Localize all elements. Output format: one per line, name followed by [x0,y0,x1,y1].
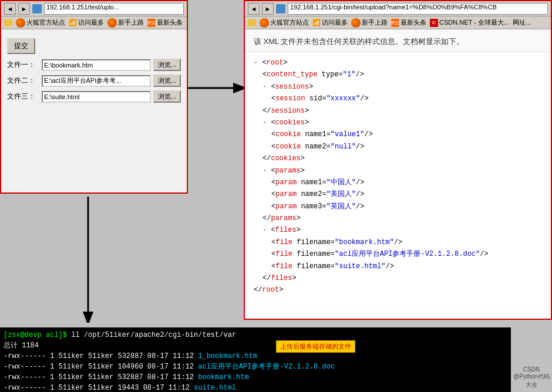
xml-content-area: - <root><content_type type="1"/>- <sessi… [245,52,551,301]
left-browser-panel: ◄ ► 192.168.1.251/test/uplo... 火狐官方站点 📶 … [0,0,188,194]
file2-input[interactable] [42,75,151,87]
file-row-2: 文件二： 浏览... [7,75,181,87]
bookmark-visit[interactable]: 📶 访问最多 [69,18,104,27]
right-visit-icon: 📶 [312,19,321,26]
file1-input[interactable] [42,59,151,71]
file2-label: 文件二： [7,76,39,86]
left-address-bar[interactable]: 192.168.1.251/test/uplo... [44,3,184,15]
csdn-watermark: CSDN @Python代码大全 [511,327,552,392]
visit-icon: 📶 [69,19,77,26]
upload-form: 提交 文件一： 浏览... 文件二： 浏览... 文件三： 浏览... [1,29,187,115]
bookmark-news[interactable]: RSS 最新头条 [147,18,183,27]
right-bookmark-folder-icon [248,19,256,26]
right-firefox-icon [260,18,269,28]
csdn-icon: C [430,19,438,27]
right-toolbar: ◄ ► 192.168.1.251/cgi-bin/test/upload?na… [245,1,551,16]
right-bookmark-huohu[interactable]: 火狐官方站点 [260,18,309,28]
left-bookmarks-bar: 火狐官方站点 📶 访问最多 新手上路 RSS 最新头条 [1,16,187,29]
right-browser-panel: ◄ ► 192.168.1.251/cgi-bin/test/upload?na… [244,0,552,320]
right-page-icon [276,4,285,13]
upload-tooltip: 上传后服务端存储的文件 [276,340,355,353]
csdn-label: CSDN @Python代码大全 [511,366,552,389]
file3-label: 文件三： [7,92,39,102]
right-forward-button[interactable]: ► [262,3,274,15]
right-back-button[interactable]: ◄ [248,3,260,15]
terminal-panel: [zsx@devp acl]$ ll /opt/51iker/apache2/c… [0,327,511,392]
right-bookmark-url[interactable]: 网址... [513,18,531,27]
rss-icon: RSS [147,19,156,27]
file-row-3: 文件三： 浏览... [7,90,181,103]
xml-info-text: 该 XML 文件并未包含任何关联的样式信息。文档树显示如下。 [245,29,551,52]
bookmark-folder-icon [4,19,12,26]
file1-browse-button[interactable]: 浏览... [153,59,181,71]
right-bookmarks-bar: 火狐官方站点 📶 访问最多 新手上路 RSS 最新头条 C CSDN.NET -… [245,16,551,29]
right-bookmark-visit[interactable]: 📶 访问最多 [312,18,348,27]
left-forward-button[interactable]: ► [18,3,30,15]
right-bookmark-news[interactable]: RSS 最新头条 [391,18,426,27]
bookmark-huohu[interactable]: 火狐官方站点 [16,18,65,28]
page-icon [32,4,42,13]
down-arrow [76,194,100,323]
firefox2-icon [107,18,117,28]
right-bookmark-newbie[interactable]: 新手上路 [351,18,388,28]
right-address-bar[interactable]: 192.168.1.251/cgi-bin/test/upload?name1=… [288,3,548,15]
file3-browse-button[interactable]: 浏览... [153,90,181,103]
bookmark-newbie[interactable]: 新手上路 [107,18,144,28]
file-row-1: 文件一： 浏览... [7,59,181,71]
right-firefox2-icon [351,18,361,28]
left-back-button[interactable]: ◄ [4,3,16,15]
right-arrow [185,76,250,100]
left-toolbar: ◄ ► 192.168.1.251/test/uplo... [1,1,187,16]
right-bookmark-csdn[interactable]: C CSDN.NET - 全球最大... [430,18,509,27]
right-rss-icon: RSS [391,19,399,27]
file3-input[interactable] [42,91,151,103]
submit-button[interactable]: 提交 [7,38,35,54]
file1-label: 文件一： [7,60,39,70]
firefox-icon [16,18,25,28]
file2-browse-button[interactable]: 浏览... [153,75,181,87]
